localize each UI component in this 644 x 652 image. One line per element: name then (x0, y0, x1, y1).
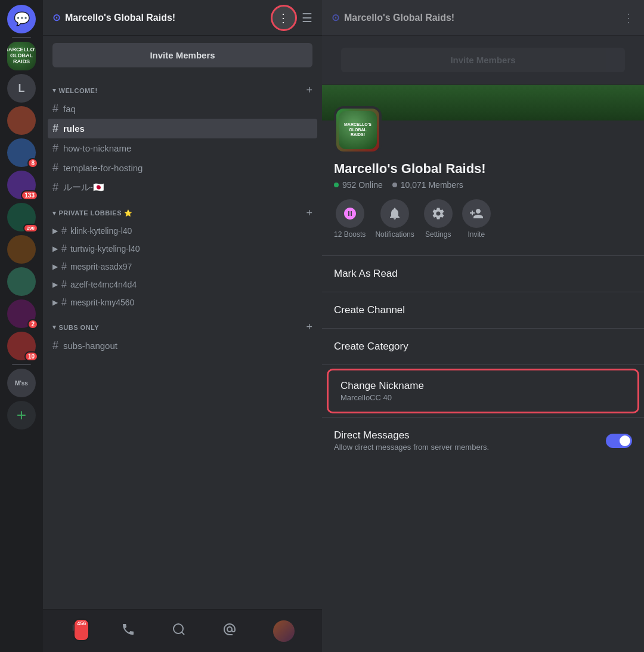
category-subs-label: SUBS ONLY (59, 324, 100, 331)
hash-icon: # (52, 103, 58, 115)
category-subs-only[interactable]: ▾ SUBS ONLY + (48, 311, 317, 336)
create-category-title: Create Category (334, 341, 632, 353)
channel-mesprit-kmy[interactable]: ▶ # mesprit-kmy4560 (48, 293, 317, 311)
server-stats: 952 Online 10,071 Members (334, 180, 632, 190)
create-channel-item[interactable]: Create Channel (322, 295, 644, 326)
right-server-name: ⊙ Marcello's Global Raids! (332, 12, 454, 23)
settings-icon (424, 199, 453, 228)
create-category-item[interactable]: Create Category (322, 331, 644, 362)
server-info-section: MARCELLO'SGLOBALRAIDS! Marcello's Global… (322, 120, 644, 253)
right-header-blurred: ⊙ Marcello's Global Raids! ⋮ (322, 0, 644, 36)
menu-divider-1 (322, 255, 644, 256)
close-or-expand-icon[interactable]: ☰ (302, 11, 312, 25)
server-icon-6[interactable]: 298 (7, 203, 36, 231)
server-logo: MARCELLO'SGLOBALRAIDS! (334, 106, 382, 154)
members-count: 10,071 Members (401, 180, 463, 190)
direct-messages-sub: Allow direct messages from server member… (334, 443, 489, 452)
toggle-knob (620, 435, 630, 446)
boosts-icon (336, 199, 364, 228)
online-indicator (334, 183, 339, 187)
invite-button[interactable]: Invite Members (52, 43, 312, 67)
arrow-icon: ▶ (52, 245, 58, 253)
right-server-name-text: Marcello's Global Raids! (344, 13, 454, 23)
channel-klink[interactable]: ▶ # klink-kyteling-l40 (48, 222, 317, 240)
menu-divider-3 (322, 328, 644, 329)
add-server-button[interactable]: + (7, 401, 36, 429)
channel-rules-label: rules (63, 123, 85, 134)
phone-icon[interactable] (121, 622, 135, 640)
server-popup-menu: MARCELLO'SGLOBALRAIDS! Marcello's Global… (322, 85, 644, 652)
svg-point-0 (174, 624, 183, 634)
server-icon-5[interactable]: 133 (7, 171, 36, 199)
channel-azelf[interactable]: ▶ # azelf-te4mc4n4d4 (48, 276, 317, 293)
server-icon-9[interactable]: 2 (7, 299, 36, 328)
arrow-icon: ▶ (52, 227, 58, 235)
server-icon-3[interactable] (7, 106, 36, 135)
arrow-icon: ▶ (52, 262, 58, 271)
members-stat: 10,071 Members (392, 180, 463, 190)
hash-icon: # (52, 162, 58, 174)
notifications-icon (380, 199, 409, 228)
more-options-button[interactable]: ⋮ (271, 5, 297, 31)
server-icon-10[interactable]: 10 (7, 332, 36, 360)
add-channel-subs[interactable]: + (306, 321, 312, 333)
online-count: 952 Online (342, 180, 383, 190)
settings-button[interactable]: Settings (424, 199, 453, 239)
menu-divider-2 (322, 292, 644, 292)
server-icon-2[interactable]: L (7, 74, 36, 103)
dm-icon[interactable]: 💬 (7, 5, 36, 33)
category-welcome[interactable]: ▾ WELCOME! + (48, 75, 317, 99)
change-nickname-item[interactable]: Change Nickname MarcelloCC 40 (327, 369, 639, 413)
mention-icon[interactable] (222, 622, 237, 640)
channel-how-to-nickname[interactable]: # how-to-nickname (48, 138, 317, 158)
add-channel-welcome[interactable]: + (306, 84, 312, 97)
server-icon-8[interactable] (7, 267, 36, 296)
hash-icon: # (52, 339, 58, 352)
category-welcome-label: WELCOME! (59, 87, 98, 94)
mark-as-read-item[interactable]: Mark As Read (322, 258, 644, 289)
channel-template-for-hosting[interactable]: # template-for-hosting (48, 158, 317, 178)
hash-icon: # (52, 181, 58, 194)
server-icon-mss[interactable]: M'ss (7, 369, 36, 397)
add-channel-private[interactable]: + (306, 207, 312, 220)
channel-subs-hangout-label: subs-hangout (63, 341, 117, 351)
direct-messages-title: Direct Messages (334, 429, 489, 441)
channel-subs-hangout[interactable]: # subs-hangout (48, 336, 317, 356)
invite-action-button[interactable]: Invite (462, 199, 491, 239)
channel-template-label: template-for-hosting (63, 163, 143, 173)
verified-icon: ⊙ (52, 12, 60, 23)
channel-how-to-nickname-label: how-to-nickname (63, 143, 131, 153)
channel-mesprit-asadx97[interactable]: ▶ # mesprit-asadx97 (48, 258, 317, 276)
category-private-lobbies[interactable]: ▾ PRIVATE LOBBIES ⭐ + (48, 197, 317, 222)
settings-label: Settings (425, 230, 451, 239)
chevron-down-icon: ▾ (52, 209, 57, 217)
channel-mesprit-kmy-label: mesprit-kmy4560 (70, 298, 134, 307)
notifications-button[interactable]: Notifications (375, 199, 414, 239)
server-icon-7[interactable] (7, 235, 36, 264)
chevron-down-icon: ▾ (52, 323, 57, 331)
channel-rules-jp[interactable]: # ルール-🇯🇵 (48, 178, 317, 197)
online-stat: 952 Online (334, 180, 383, 190)
boosts-button[interactable]: 12 Boosts (334, 199, 366, 239)
server-title-text: Marcello's Global Raids! (65, 13, 175, 23)
menu-divider-5 (322, 417, 644, 418)
category-private-label: PRIVATE LOBBIES ⭐ (59, 209, 133, 217)
channel-faq-label: faq (63, 104, 76, 114)
channel-rules[interactable]: # rules (48, 119, 317, 138)
server-icon-marcello[interactable]: MARCELLO'S GLOBAL RAIDS (7, 42, 36, 70)
chevron-down-icon: ▾ (52, 86, 57, 94)
channel-header: ⊙ Marcello's Global Raids! ⋮ ☰ (43, 0, 322, 36)
user-avatar-bottom[interactable] (273, 620, 295, 642)
channel-rules-jp-label: ルール-🇯🇵 (63, 182, 104, 193)
inbox-icon[interactable]: 456 (70, 622, 85, 640)
channel-faq[interactable]: # faq (48, 99, 317, 119)
hash-icon: # (52, 142, 58, 154)
server-icon-4[interactable]: 8 (7, 138, 36, 167)
channel-turtwig[interactable]: ▶ # turtwig-kyteling-l40 (48, 240, 317, 258)
search-icon[interactable] (172, 622, 186, 640)
invite-label: Invite (467, 230, 485, 239)
header-icons: ⋮ ☰ (271, 5, 312, 31)
server-name-header: ⊙ Marcello's Global Raids! (52, 12, 175, 23)
server-action-buttons: 12 Boosts Notifications (334, 199, 632, 239)
dm-toggle-switch[interactable] (606, 434, 632, 448)
